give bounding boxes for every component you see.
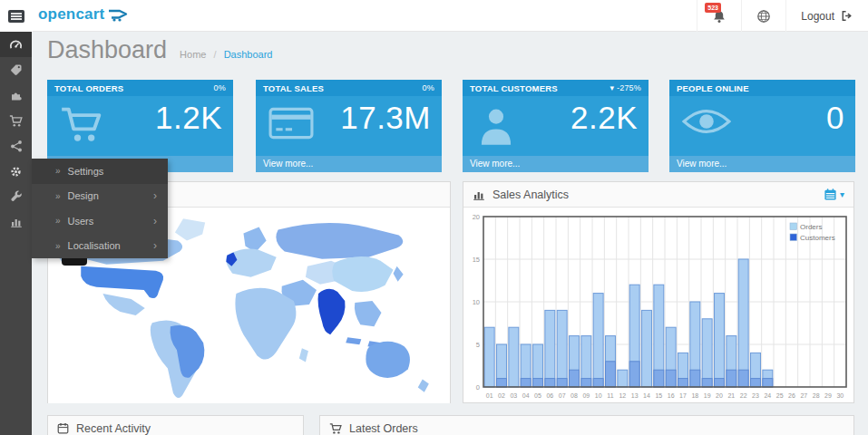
tile-title: TOTAL SALES [263,83,324,93]
language-button[interactable] [741,0,785,32]
stat-tile-total-sales: TOTAL SALES 0% 17.3M View more... [256,80,442,172]
panel-title: Recent Activity [76,422,151,435]
svg-text:02: 02 [498,392,505,399]
logo-text: opencart [38,5,104,24]
map-mexico [102,294,144,315]
map-china [332,256,393,292]
map-usa [81,266,163,298]
speedometer-icon [9,38,23,52]
svg-text:15: 15 [473,256,480,264]
caret-down-icon: ▾ [840,189,844,199]
map-madagascar [299,348,308,362]
svg-text:20: 20 [473,213,480,221]
sales-analytics-header: Sales Analytics ▾ [463,182,853,208]
double-chevron-icon: » [55,191,61,201]
map-se-asia [355,301,382,326]
svg-text:21: 21 [727,392,735,399]
map-scandinavia [243,227,266,252]
view-more-link[interactable]: View more... [463,156,649,172]
chevron-right-icon: › [153,215,157,227]
svg-text:28: 28 [813,392,820,399]
calendar-icon [824,188,837,201]
map-russia [276,223,403,259]
svg-text:03: 03 [510,392,517,399]
submenu-label: Settings [68,166,104,177]
sidebar-item-sales[interactable] [0,108,32,133]
submenu-label: Design [68,190,99,201]
svg-text:08: 08 [571,392,578,399]
recent-activity-header: Recent Activity [48,416,303,435]
logout-label: Logout [801,10,834,23]
tag-icon [10,63,23,76]
map-greenland [175,218,205,240]
svg-text:01: 01 [486,392,493,399]
cart-icon [329,422,342,435]
sidebar-item-reports[interactable] [0,209,32,235]
latest-orders-header: Latest Orders [320,416,853,435]
tile-delta-down: ▾ -275% [610,83,641,92]
opencart-logo[interactable]: opencart [38,5,128,24]
svg-text:04: 04 [522,392,530,399]
stat-tile-people-online: PEOPLE ONLINE 0 View more... [669,80,855,172]
wrench-icon [10,190,23,203]
chevron-right-icon: › [153,239,157,252]
svg-text:07: 07 [559,392,566,399]
svg-text:10: 10 [595,392,602,399]
date-range-dropdown[interactable]: ▾ [824,188,844,201]
svg-text:26: 26 [788,392,795,399]
map-australia [366,342,410,378]
view-more-link[interactable]: View more... [256,156,442,172]
tile-title: TOTAL ORDERS [54,83,123,93]
sidebar-item-catalog[interactable] [0,57,32,82]
breadcrumb-current-link[interactable]: Dashboard [224,49,273,60]
cart-arrow-logo-icon [108,8,128,22]
sidebar-item-dashboard[interactable] [0,32,32,57]
double-chevron-icon: » [55,241,61,251]
breadcrumb-home-link[interactable]: Home [180,49,206,60]
map-india [318,289,346,334]
svg-text:11: 11 [607,392,613,399]
map-indonesia-1 [346,337,361,344]
tile-title: TOTAL CUSTOMERS [470,83,558,93]
tile-value: 17.3M [340,100,431,136]
sidebar-item-extensions[interactable] [0,82,32,108]
bar-chart-icon [10,216,23,228]
map-new-zealand [418,380,429,392]
page-title: Dashboard [47,36,167,64]
menu-toggle-button[interactable] [0,0,33,32]
view-more-link[interactable]: View more... [669,156,855,172]
share-icon [10,140,23,152]
submenu-item-design[interactable]: » Design › [32,184,168,209]
submenu-item-localisation[interactable]: » Localisation › [32,234,168,259]
tile-value: 2.2K [571,100,638,136]
sidebar-item-system[interactable] [0,159,32,184]
tile-value: 1.2K [155,100,222,136]
svg-text:10: 10 [473,298,480,306]
notifications-button[interactable]: 523 [697,0,741,32]
cart-icon [9,114,23,128]
sidebar-item-tools[interactable] [0,184,32,209]
svg-text:19: 19 [704,392,711,399]
gear-icon [9,165,23,179]
submenu-item-users[interactable]: » Users › [32,208,168,234]
svg-text:0: 0 [476,383,480,392]
svg-text:Customers: Customers [800,234,835,242]
svg-text:16: 16 [668,392,675,399]
chevron-right-icon: › [153,189,157,202]
cart-icon [60,105,107,145]
svg-text:14: 14 [643,392,650,399]
hamburger-icon [8,10,24,23]
globe-icon [756,9,771,24]
stat-tile-total-customers: TOTAL CUSTOMERS ▾ -275% 2.2K View more..… [463,80,649,172]
panel-title: Latest Orders [349,422,418,435]
svg-text:20: 20 [716,392,723,399]
breadcrumb: Home / Dashboard [180,49,272,60]
svg-text:06: 06 [546,392,553,399]
logout-button[interactable]: Logout [785,0,868,32]
tile-title: PEOPLE ONLINE [677,83,749,93]
sidebar-item-marketing[interactable] [0,133,32,159]
panel-title: Sales Analytics [493,188,569,201]
svg-text:29: 29 [824,392,832,399]
credit-card-icon [268,105,314,141]
submenu-item-settings[interactable]: » Settings [32,159,168,184]
